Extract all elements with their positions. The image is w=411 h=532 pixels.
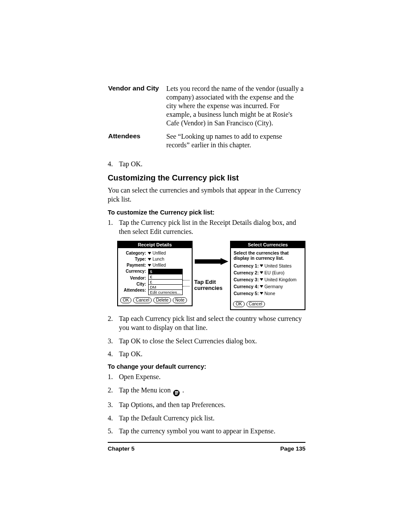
label-city: City: [120, 282, 147, 287]
label-vendor: Vendor: [120, 276, 147, 281]
arrow-icon [195, 258, 228, 265]
def-term-vendor-city: Vendor and City [108, 84, 166, 132]
proc2-step-3: 3. Tap Options, and then tap Preferences… [108, 401, 305, 410]
figure-row: Receipt Details Category: Unfiled Type: … [117, 241, 305, 310]
def-desc-vendor-city: Lets you record the name of the vendor (… [166, 84, 305, 132]
def-desc-attendees: See “Looking up names to add to expense … [166, 132, 305, 154]
dropdown-icon [148, 264, 151, 267]
callout-tap-edit: Tap Edit currencies [194, 279, 229, 291]
value-type: Lunch [153, 257, 164, 262]
label-currency: Currency: [120, 269, 147, 274]
footer-page: Page 135 [280, 445, 305, 452]
dropdown-icon [148, 258, 151, 261]
footer-chapter: Chapter 5 [108, 445, 134, 452]
dropdown-icon [260, 271, 263, 274]
proc1-step-4: 4. Tap OK. [108, 350, 305, 359]
section-heading: Customizing the Currency pick list [108, 173, 305, 183]
dropdown-icon [260, 264, 263, 267]
def-term-attendees: Attendees [108, 132, 166, 154]
proc1-step-2: 2. Tap each Currency pick list and selec… [108, 314, 305, 333]
page-footer: Chapter 5 Page 135 [108, 442, 305, 452]
proc1-title: To customize the Currency pick list: [108, 209, 305, 216]
definition-table: Vendor and City Lets you record the name… [108, 84, 305, 154]
label-category: Category: [120, 251, 147, 256]
label-type: Type: [120, 257, 147, 262]
select-buttons: OK Cancel [231, 300, 305, 309]
menu-icon [173, 390, 180, 396]
dropdown-icon [260, 285, 263, 288]
proc1-step-3: 3. Tap OK to close the Select Currencies… [108, 337, 305, 346]
dropdown-icon [260, 278, 263, 281]
proc2-step-1: 1. Open Expense. [108, 373, 305, 382]
pre-step-4: 4. Tap OK. [108, 160, 305, 169]
select-currencies-box: Select Currencies Select the currencies … [230, 241, 305, 310]
currency-picklist: $ € £ DM Edit currencies... [148, 269, 183, 295]
receipt-details-box: Receipt Details Category: Unfiled Type: … [117, 241, 193, 306]
label-attendees: Attendees: [120, 288, 147, 293]
dropdown-icon [148, 252, 151, 255]
svg-marker-0 [195, 258, 228, 265]
dropdown-icon [260, 292, 263, 295]
label-payment: Payment: [120, 263, 147, 268]
section-intro: You can select the currencies and symbol… [108, 186, 305, 204]
receipt-title: Receipt Details [118, 242, 192, 248]
proc2-step-5: 5. Tap the currency symbol you want to a… [108, 427, 305, 436]
proc2-step-2: 2. Tap the Menu icon . [108, 386, 305, 396]
proc1-step-1: 1. Tap the Currency pick list in the Rec… [108, 218, 305, 236]
select-title: Select Currencies [231, 242, 305, 248]
proc2-title: To change your default currency: [108, 363, 305, 370]
proc2-step-4: 4. Tap the Default Currency pick list. [108, 414, 305, 423]
value-category: Unfiled [153, 251, 166, 256]
receipt-buttons: OK Cancel Delete Note [118, 296, 192, 305]
value-payment: Unfiled [153, 263, 166, 268]
select-intro: Select the currencies that display in cu… [234, 250, 302, 261]
